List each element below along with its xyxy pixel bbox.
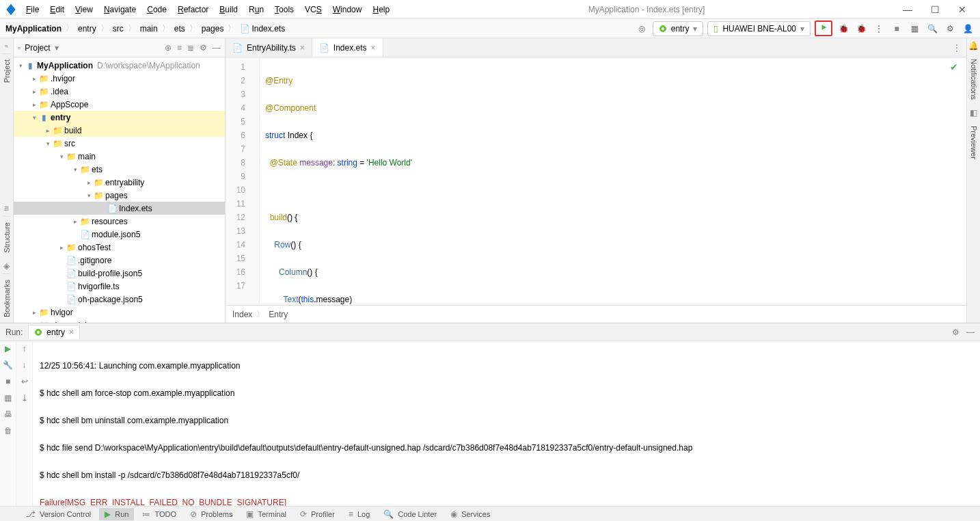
tree-gitignore[interactable]: .gitignore	[77, 256, 111, 265]
tree-entry[interactable]: entry	[49, 113, 70, 122]
rerun-icon[interactable]: ▶	[5, 344, 11, 353]
search-icon[interactable]: 🔍	[925, 22, 939, 36]
tree-pages[interactable]: pages	[104, 191, 128, 200]
menu-help[interactable]: Help	[367, 2, 395, 17]
menu-edit[interactable]: Edit	[44, 2, 70, 17]
debug-button[interactable]: 🐞	[836, 22, 850, 36]
project-tool-icon[interactable]: ▫	[5, 41, 8, 51]
tool-project[interactable]: Project	[3, 53, 11, 88]
tree-src[interactable]: src	[63, 139, 75, 148]
close-tab-icon[interactable]: ×	[371, 43, 376, 53]
device-selector[interactable]: ▯ HUAWEI BNE-AL00 ▾	[707, 21, 811, 36]
tool-structure[interactable]: Structure	[3, 216, 11, 258]
tree-main[interactable]: main	[77, 152, 96, 161]
close-tab-icon[interactable]: ×	[69, 328, 74, 337]
chevron-down-icon[interactable]: ▾	[55, 43, 59, 53]
tool-run[interactable]: ▶Run	[99, 508, 134, 520]
menu-refactor[interactable]: Refactor	[172, 2, 214, 17]
scroll-icon[interactable]: ⤓	[21, 393, 28, 403]
tab-entryability[interactable]: 📄EntryAbility.ts×	[226, 38, 312, 57]
menu-build[interactable]: Build	[214, 2, 243, 17]
tree-entryability[interactable]: entryability	[104, 178, 144, 187]
tree-indexets[interactable]: Index.ets	[118, 204, 152, 213]
tree-module[interactable]: module.json5	[90, 230, 140, 239]
tree-root[interactable]: MyApplication	[36, 61, 93, 70]
locate-icon[interactable]: ⊕	[165, 43, 172, 53]
up-icon[interactable]: ↑	[23, 344, 27, 353]
down-icon[interactable]: ↓	[23, 360, 27, 370]
code-editor[interactable]: 1234567891011121314151617 @Entry @Compon…	[226, 57, 966, 305]
menu-view[interactable]: View	[70, 2, 98, 17]
tool-codelinter[interactable]: 🔍Code Linter	[378, 508, 442, 520]
hide-icon[interactable]: —	[213, 43, 221, 53]
tree-ets[interactable]: ets	[90, 165, 103, 174]
run-settings-icon[interactable]: ⚙	[952, 328, 959, 337]
tool-log[interactable]: ≡Log	[343, 508, 375, 520]
tool-problems[interactable]: ⊘Problems	[185, 508, 238, 520]
inspection-ok-icon[interactable]: ✔	[950, 62, 958, 72]
layout-icon[interactable]: ▦	[908, 22, 921, 36]
tool-version-control[interactable]: ⎇Version Control	[21, 508, 96, 520]
menu-file[interactable]: FFileile	[21, 2, 44, 17]
tool-profiler[interactable]: ⟳Profiler	[295, 508, 340, 520]
hide-run-icon[interactable]: —	[966, 328, 975, 337]
tool-bookmarks[interactable]: Bookmarks	[3, 273, 11, 323]
expand-icon[interactable]: ≡	[177, 43, 182, 53]
stop-icon[interactable]: ■	[5, 377, 10, 386]
tree-hvigorfile[interactable]: hvigorfile.ts	[77, 282, 120, 291]
tree-build[interactable]: build	[63, 126, 81, 135]
tree-ohpkg[interactable]: oh-package.json5	[77, 295, 143, 304]
run-tab-entry[interactable]: entry ×	[28, 325, 80, 339]
crumb-src[interactable]: src	[113, 24, 124, 34]
structure-tool-icon[interactable]: ≡	[4, 204, 9, 213]
avatar-icon[interactable]: 👤	[961, 22, 975, 36]
tree-ohostest[interactable]: ohosTest	[77, 243, 111, 252]
tool-terminal[interactable]: ▣Terminal	[241, 508, 292, 520]
crumb-ets[interactable]: ets	[174, 24, 185, 34]
crumb-entry[interactable]: entry	[78, 24, 96, 34]
code-content[interactable]: @Entry @Component struct Index { @State …	[260, 57, 966, 305]
collapse-icon[interactable]: ≣	[187, 43, 194, 53]
attach-icon[interactable]: 🔧	[3, 360, 13, 370]
tree-buildprofile[interactable]: build-profile.json5	[77, 269, 142, 278]
menu-run[interactable]: Run	[243, 2, 269, 17]
tree-appscope[interactable]: AppScope	[49, 100, 88, 109]
tool-notifications[interactable]: Notifications	[970, 53, 978, 105]
more-run-icon[interactable]: ⋮	[872, 22, 886, 36]
tool-services[interactable]: ◉Services	[445, 508, 495, 520]
tree-hvigor[interactable]: hvigor	[49, 308, 73, 317]
project-tree[interactable]: ▾▮MyApplicationD:\workspace\MyApplicatio…	[14, 57, 225, 323]
close-tab-icon[interactable]: ×	[300, 43, 305, 53]
crumb-project[interactable]: MyApplication	[5, 24, 62, 34]
tabs-menu-icon[interactable]: ⋮	[947, 38, 966, 57]
crumb-file[interactable]: Index.ets	[251, 24, 285, 34]
target-icon[interactable]: ◎	[635, 22, 649, 36]
delete-icon[interactable]: 🗑	[4, 426, 12, 436]
code-breadcrumb[interactable]: Index 〉 Entry	[226, 305, 966, 323]
tree-hvigor-dot[interactable]: .hvigor	[49, 74, 75, 83]
menu-vcs[interactable]: VCS	[299, 2, 327, 17]
panel-settings-icon[interactable]: ⚙	[200, 43, 207, 53]
notifications-icon[interactable]: 🔔	[968, 41, 979, 51]
run-console[interactable]: 12/25 10:56:41: Launching com.example.my…	[33, 341, 980, 506]
run-button[interactable]	[815, 21, 832, 36]
wrap-icon[interactable]: ↩	[21, 377, 28, 386]
project-view-label[interactable]: Project	[25, 43, 50, 53]
settings-icon[interactable]: ⚙	[943, 22, 957, 36]
bookmarks-tool-icon[interactable]: ◈	[3, 261, 10, 271]
close-icon[interactable]: ✕	[953, 4, 972, 15]
tool-todo[interactable]: ≔TODO	[137, 508, 182, 520]
breadcrumb[interactable]: MyApplication〉 entry〉 src〉 main〉 ets〉 pa…	[0, 23, 285, 34]
stop-button[interactable]: ■	[890, 22, 903, 36]
menu-window[interactable]: Window	[327, 2, 368, 17]
tree-idea[interactable]: .idea	[49, 87, 68, 96]
maximize-icon[interactable]: ☐	[925, 4, 944, 15]
crumb-main[interactable]: main	[140, 24, 158, 34]
run-config-selector[interactable]: entry ▾	[653, 21, 704, 36]
tree-resources[interactable]: resources	[90, 217, 128, 226]
print-icon[interactable]: 🖶	[4, 410, 12, 419]
previewer-icon[interactable]: ◧	[970, 108, 977, 118]
layout-icon[interactable]: ▦	[4, 393, 12, 403]
tab-indexets[interactable]: 📄Index.ets×	[312, 38, 383, 57]
debug-attach-button[interactable]: 🐞	[854, 22, 868, 36]
